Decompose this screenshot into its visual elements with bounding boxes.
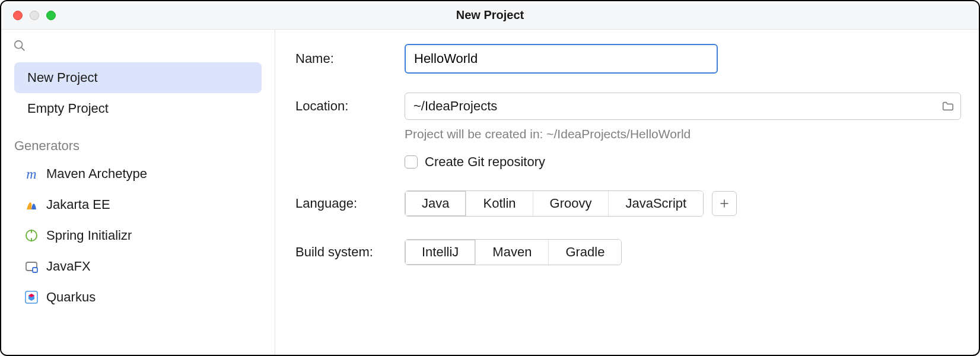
generator-label: Quarkus: [46, 290, 96, 305]
close-window-button[interactable]: [13, 11, 23, 20]
language-segmented: Java Kotlin Groovy JavaScript: [405, 190, 704, 217]
language-option-java[interactable]: Java: [405, 191, 466, 216]
jakarta-icon: [24, 197, 39, 212]
location-hint: Project will be created in: ~/IdeaProjec…: [295, 127, 961, 141]
add-language-button[interactable]: [712, 191, 737, 216]
generator-quarkus[interactable]: Quarkus: [14, 282, 262, 313]
window-controls: [1, 11, 56, 20]
generator-label: Spring Initializr: [46, 228, 132, 243]
svg-line-1: [21, 47, 25, 51]
sidebar: New Project Empty Project Generators m M…: [1, 30, 275, 355]
main-panel: Name: Location: ~/IdeaProjects Project w…: [275, 30, 979, 355]
build-option-gradle[interactable]: Gradle: [549, 240, 621, 265]
quarkus-icon: [24, 290, 39, 305]
build-option-intellij[interactable]: IntelliJ: [405, 240, 476, 265]
build-option-maven[interactable]: Maven: [476, 240, 549, 265]
svg-rect-3: [33, 268, 37, 272]
git-checkbox[interactable]: [405, 155, 418, 169]
git-label: Create Git repository: [425, 154, 545, 170]
search-icon[interactable]: [13, 39, 26, 52]
language-option-groovy[interactable]: Groovy: [533, 191, 609, 216]
name-input[interactable]: [405, 44, 718, 74]
plus-icon: [719, 198, 730, 209]
generator-label: Jakarta EE: [46, 197, 110, 212]
window-title: New Project: [456, 8, 524, 22]
language-option-kotlin[interactable]: Kotlin: [466, 191, 533, 216]
folder-icon[interactable]: [941, 100, 954, 113]
javafx-icon: [24, 259, 39, 274]
sidebar-item-new-project[interactable]: New Project: [14, 62, 262, 93]
titlebar: New Project: [1, 1, 979, 30]
generator-javafx[interactable]: JavaFX: [14, 251, 262, 282]
sidebar-item-label: Empty Project: [27, 101, 109, 116]
generator-label: Maven Archetype: [46, 166, 147, 182]
sidebar-item-empty-project[interactable]: Empty Project: [14, 93, 262, 124]
minimize-window-button[interactable]: [30, 11, 39, 20]
sidebar-item-label: New Project: [27, 70, 98, 85]
generators-header: Generators: [1, 124, 275, 158]
build-label: Build system:: [295, 244, 405, 260]
location-label: Location:: [295, 98, 405, 114]
maximize-window-button[interactable]: [46, 11, 56, 20]
location-input[interactable]: ~/IdeaProjects: [405, 93, 961, 120]
build-segmented: IntelliJ Maven Gradle: [405, 239, 622, 265]
language-option-javascript[interactable]: JavaScript: [609, 191, 703, 216]
location-value: ~/IdeaProjects: [413, 98, 941, 114]
svg-point-0: [15, 41, 23, 49]
generator-label: JavaFX: [46, 259, 91, 274]
spring-icon: [24, 228, 39, 243]
name-label: Name:: [295, 51, 405, 66]
search-row: [1, 34, 275, 62]
generator-jakarta-ee[interactable]: Jakarta EE: [14, 189, 262, 220]
maven-icon: m: [24, 166, 39, 182]
language-label: Language:: [295, 196, 405, 211]
generator-maven-archetype[interactable]: m Maven Archetype: [14, 158, 262, 189]
generator-spring-initializr[interactable]: Spring Initializr: [14, 220, 262, 251]
